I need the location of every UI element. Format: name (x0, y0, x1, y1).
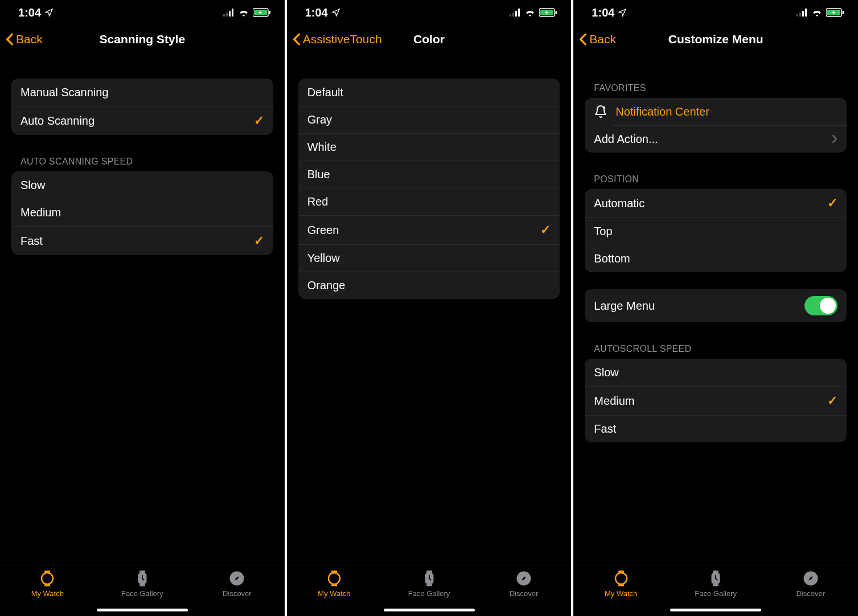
svg-rect-24 (331, 584, 337, 586)
svg-rect-17 (515, 11, 517, 17)
row-speed-fast[interactable]: Fast ✓ (11, 226, 273, 255)
scanning-speed-group: Slow Medium Fast ✓ (11, 171, 273, 255)
large-menu-toggle[interactable] (804, 296, 838, 315)
tab-my-watch[interactable]: My Watch (573, 565, 668, 616)
svg-rect-23 (331, 570, 337, 573)
chevron-right-icon (832, 134, 838, 143)
tab-discover[interactable]: Discover (477, 565, 572, 616)
row-color-blue[interactable]: Blue (298, 161, 560, 188)
row-auto-scanning[interactable]: Auto Scanning ✓ (11, 106, 273, 135)
checkmark-icon: ✓ (827, 196, 838, 211)
row-label: Add Action... (594, 133, 832, 146)
row-label: Auto Scanning (20, 114, 254, 128)
back-button[interactable]: Back (579, 32, 616, 46)
status-time: 1:04 (592, 6, 614, 19)
status-bar: 1:04 (0, 0, 285, 25)
status-time: 1:04 (18, 6, 41, 19)
battery-charging-icon (539, 8, 557, 17)
row-color-white[interactable]: White (298, 133, 560, 161)
svg-point-7 (42, 573, 53, 584)
home-indicator[interactable] (384, 609, 475, 611)
tab-discover[interactable]: Discover (190, 565, 285, 616)
tab-label: My Watch (605, 589, 637, 598)
svg-point-22 (329, 573, 340, 584)
tab-discover[interactable]: Discover (763, 565, 858, 616)
row-position-automatic[interactable]: Automatic✓ (585, 189, 847, 217)
tab-label: Face Gallery (121, 589, 163, 598)
svg-rect-11 (139, 570, 145, 573)
svg-rect-15 (510, 14, 511, 17)
tab-label: Face Gallery (695, 589, 737, 598)
watch-face-icon (421, 570, 438, 587)
back-label: AssistiveTouch (303, 32, 382, 46)
row-label: Slow (20, 179, 264, 192)
row-manual-scanning[interactable]: Manual Scanning (11, 79, 273, 106)
row-label: Medium (20, 206, 264, 219)
favorites-group: Notification Center Add Action... (585, 98, 847, 153)
row-label: Default (307, 86, 551, 99)
tab-label: My Watch (318, 589, 350, 598)
svg-rect-33 (805, 9, 807, 17)
tab-my-watch[interactable]: My Watch (0, 565, 95, 616)
section-header-autoscroll: Autoscroll Speed (585, 339, 847, 359)
row-label: Orange (307, 279, 551, 292)
row-label: Green (307, 224, 541, 237)
svg-rect-32 (802, 11, 804, 17)
row-autoscroll-fast[interactable]: Fast (585, 415, 847, 442)
row-speed-medium[interactable]: Medium (11, 199, 273, 226)
row-autoscroll-slow[interactable]: Slow (585, 359, 847, 386)
tab-label: Discover (796, 589, 825, 598)
screen-color: 1:04 AssistiveTouch Color Default Gray W… (287, 0, 572, 616)
status-bar: 1:04 (573, 0, 858, 25)
cellular-icon (223, 9, 235, 17)
back-button[interactable]: Back (6, 32, 43, 46)
row-position-bottom[interactable]: Bottom (585, 245, 847, 272)
bell-icon (594, 105, 607, 118)
back-button[interactable]: AssistiveTouch (293, 32, 382, 46)
svg-rect-31 (799, 13, 801, 17)
row-speed-slow[interactable]: Slow (11, 171, 273, 199)
row-position-top[interactable]: Top (585, 217, 847, 245)
large-menu-group: Large Menu (585, 289, 847, 322)
home-indicator[interactable] (670, 609, 761, 611)
checkmark-icon: ✓ (254, 113, 264, 128)
row-color-gray[interactable]: Gray (298, 106, 560, 133)
row-notification-center[interactable]: Notification Center (585, 98, 847, 125)
svg-rect-36 (843, 11, 844, 14)
row-color-red[interactable]: Red (298, 188, 560, 215)
row-label: Top (594, 225, 838, 238)
checkmark-icon: ✓ (540, 223, 551, 237)
status-right (223, 8, 271, 17)
status-right (797, 8, 844, 17)
row-autoscroll-medium[interactable]: Medium✓ (585, 386, 847, 415)
svg-rect-6 (269, 11, 270, 14)
location-icon (618, 8, 627, 17)
row-label: Notification Center (615, 105, 709, 118)
row-label: Fast (594, 422, 838, 436)
location-icon (331, 8, 340, 17)
svg-rect-42 (713, 570, 719, 573)
row-color-green[interactable]: Green✓ (298, 215, 560, 244)
back-label: Back (16, 32, 43, 46)
wifi-icon (811, 9, 823, 17)
row-color-default[interactable]: Default (298, 79, 560, 106)
home-indicator[interactable] (97, 609, 188, 611)
row-add-action[interactable]: Add Action... (585, 125, 847, 153)
screen-scanning-style: 1:04 Back Scanning Style Manual Scanning… (0, 0, 285, 616)
row-label: Red (307, 195, 551, 208)
watch-face-icon (134, 570, 151, 587)
row-color-orange[interactable]: Orange (298, 272, 560, 299)
svg-rect-26 (426, 570, 432, 573)
row-label: Manual Scanning (20, 86, 264, 99)
compass-icon (802, 570, 819, 587)
tab-my-watch[interactable]: My Watch (287, 565, 382, 616)
chevron-left-icon (579, 33, 587, 46)
chevron-left-icon (293, 33, 301, 46)
nav-bar: Back Customize Menu (573, 25, 858, 54)
svg-rect-40 (618, 584, 624, 586)
watch-icon (613, 570, 630, 587)
svg-rect-39 (618, 570, 624, 573)
row-color-yellow[interactable]: Yellow (298, 244, 560, 272)
row-large-menu[interactable]: Large Menu (585, 289, 847, 322)
color-group: Default Gray White Blue Red Green✓ Yello… (298, 79, 560, 299)
